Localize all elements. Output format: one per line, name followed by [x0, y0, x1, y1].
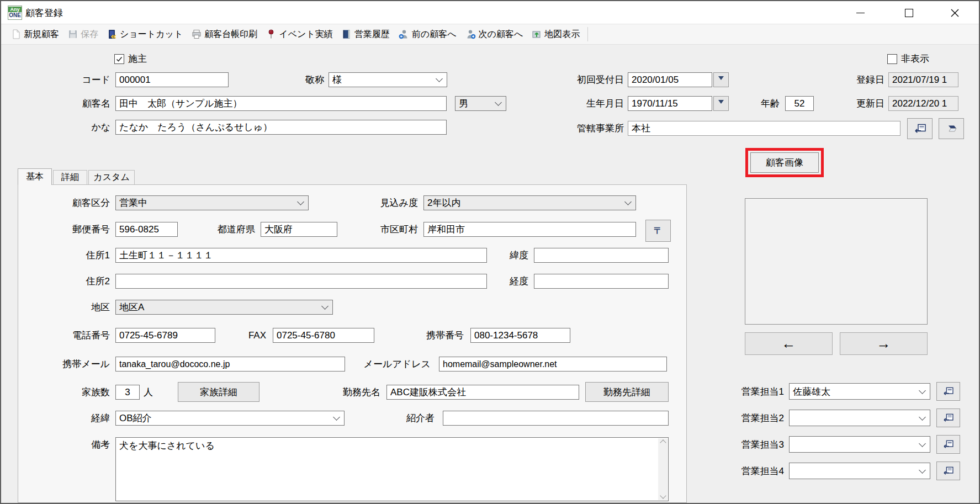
- scroll-down-icon[interactable]: [660, 492, 666, 498]
- chevron-down-icon: [495, 99, 502, 106]
- toolbar-save[interactable]: 保存: [63, 26, 103, 43]
- event-pin-icon: [266, 29, 276, 39]
- toolbar-event-results[interactable]: イベント実績: [262, 26, 337, 43]
- caret-down-icon: [718, 76, 724, 83]
- honorific-label: 敬称: [292, 72, 324, 87]
- toolbar-prev-customer[interactable]: 前の顧客へ: [394, 26, 461, 43]
- district-select[interactable]: 地区A: [115, 300, 333, 315]
- close-button[interactable]: [942, 1, 967, 24]
- toolbar-map-display[interactable]: 地図表示: [527, 26, 584, 43]
- sales-rep1-label: 営業担当1: [713, 384, 784, 399]
- customer-name-input[interactable]: [115, 96, 447, 111]
- workplace-input[interactable]: [386, 385, 579, 400]
- postal-code-input[interactable]: [115, 222, 178, 237]
- sales-rep1-lookup-button[interactable]: [936, 382, 960, 401]
- first-reception-date-dropdown-button[interactable]: [713, 72, 729, 87]
- remarks-textarea[interactable]: 犬を大事にされている: [115, 437, 669, 501]
- office-label: 管轄事業所: [553, 121, 624, 136]
- mobile-mail-label: 携帯メール: [35, 357, 110, 372]
- mobile-input[interactable]: [470, 328, 570, 343]
- longitude-label: 経度: [492, 274, 528, 289]
- mobile-mail-input[interactable]: [115, 357, 345, 372]
- toolbar-shortcut[interactable]: ショートカット: [103, 26, 187, 43]
- anyone-logo-icon: Any ONE: [8, 6, 22, 20]
- toolbar-separator: [587, 27, 588, 41]
- postal-lookup-button[interactable]: 〒: [645, 220, 671, 242]
- remarks-label: 備考: [45, 437, 110, 452]
- maximize-button[interactable]: [896, 1, 921, 24]
- sales-rep2-lookup-button[interactable]: [936, 408, 960, 427]
- next-image-button[interactable]: →: [840, 332, 928, 355]
- address2-input[interactable]: [115, 274, 487, 289]
- prev-customer-icon: [399, 29, 409, 39]
- chevron-down-icon: [919, 387, 926, 394]
- sales-rep4-label: 営業担当4: [713, 464, 784, 479]
- caret-down-icon: [718, 100, 724, 107]
- longitude-input[interactable]: [534, 274, 669, 289]
- sales-rep4-lookup-button[interactable]: [936, 461, 960, 480]
- age-input[interactable]: [785, 96, 814, 111]
- chevron-down-icon: [919, 440, 926, 447]
- owner-checkbox[interactable]: [114, 54, 124, 64]
- introducer-input[interactable]: [443, 411, 669, 426]
- minimize-button[interactable]: [847, 1, 873, 24]
- honorific-select[interactable]: 様: [329, 72, 447, 87]
- office-lookup-button[interactable]: [907, 118, 933, 139]
- logo-text-top: Any: [8, 7, 22, 12]
- email-input[interactable]: [439, 357, 667, 372]
- introducer-label: 紹介者: [382, 411, 435, 426]
- lookup-form-icon: [943, 466, 953, 475]
- birth-date-dropdown-button[interactable]: [713, 96, 729, 111]
- prefecture-label: 都道府県: [192, 222, 255, 237]
- sales-rep3-lookup-button[interactable]: [936, 435, 960, 454]
- city-label: 市区町村: [354, 222, 418, 237]
- address1-input[interactable]: [115, 248, 487, 263]
- minimize-icon: [856, 13, 865, 13]
- gender-select[interactable]: 男: [455, 96, 506, 111]
- hidden-checkbox[interactable]: [887, 54, 897, 64]
- email-label: メールアドレス: [354, 357, 431, 372]
- toolbar-print-ledger[interactable]: 顧客台帳印刷: [187, 26, 262, 43]
- code-input[interactable]: [115, 72, 229, 87]
- lookup-form-icon: [914, 124, 926, 134]
- tab-custom[interactable]: カスタム: [88, 170, 135, 185]
- update-date-input: [888, 96, 958, 111]
- sales-rep3-label: 営業担当3: [713, 437, 784, 452]
- chevron-down-icon: [321, 303, 329, 310]
- sales-rep2-select[interactable]: [789, 410, 930, 426]
- workplace-detail-button[interactable]: 勤務先詳細: [585, 382, 669, 402]
- kana-input[interactable]: [115, 120, 447, 135]
- check-icon: [116, 56, 123, 62]
- office-clear-button[interactable]: [939, 118, 964, 139]
- shortcut-icon: [107, 29, 117, 39]
- sales-rep4-select[interactable]: [789, 463, 930, 479]
- birth-date-input[interactable]: [628, 96, 712, 111]
- office-input[interactable]: [628, 121, 900, 136]
- city-input[interactable]: [423, 222, 636, 237]
- remarks-scrollbar[interactable]: [658, 438, 668, 500]
- tab-basic[interactable]: 基本: [18, 168, 52, 185]
- toolbar-next-customer[interactable]: 次の顧客へ: [461, 26, 528, 43]
- prev-image-button[interactable]: ←: [745, 332, 833, 355]
- sales-rep3-select[interactable]: [789, 436, 930, 453]
- phone-input[interactable]: [115, 328, 215, 343]
- customer-category-select[interactable]: 営業中: [115, 195, 309, 210]
- family-detail-button[interactable]: 家族詳細: [178, 382, 259, 402]
- prospect-level-select[interactable]: 2年以内: [423, 195, 636, 210]
- age-label: 年齢: [748, 96, 780, 111]
- background-select[interactable]: OB紹介: [115, 411, 345, 426]
- prefecture-input[interactable]: [261, 222, 337, 237]
- close-icon: [951, 9, 959, 17]
- fax-input[interactable]: [273, 328, 374, 343]
- toolbar-sales-history[interactable]: 営業履歴: [337, 26, 394, 43]
- scroll-up-icon[interactable]: [660, 439, 666, 445]
- workplace-label: 勤務先名: [317, 385, 380, 400]
- sales-rep1-select[interactable]: 佐藤雄太: [789, 383, 930, 400]
- tab-detail[interactable]: 詳細: [53, 170, 87, 185]
- first-reception-date-input[interactable]: [628, 72, 712, 87]
- family-count-input[interactable]: [115, 385, 140, 400]
- latitude-input[interactable]: [534, 248, 669, 263]
- family-count-label: 家族数: [45, 385, 110, 400]
- toolbar-new-customer[interactable]: 新規顧客: [7, 26, 63, 43]
- chevron-down-icon: [333, 413, 340, 421]
